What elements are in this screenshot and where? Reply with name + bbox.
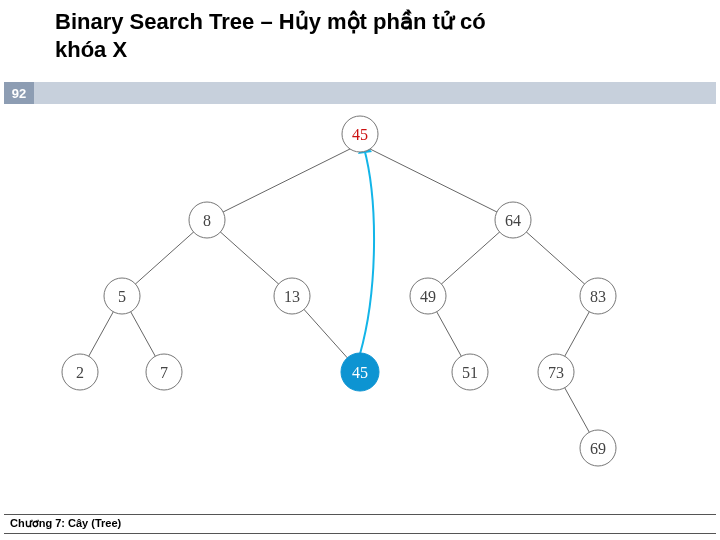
node-13: 13 <box>274 278 310 314</box>
slide-number-row: 92 <box>0 82 720 104</box>
node-13-label: 13 <box>284 288 300 305</box>
svg-line-1 <box>360 144 513 220</box>
node-51-label: 51 <box>462 364 478 381</box>
node-69: 69 <box>580 430 616 466</box>
node-5: 5 <box>104 278 140 314</box>
slide-number-bar <box>34 82 716 104</box>
node-root-label: 45 <box>352 126 368 143</box>
bst-diagram: 45 8 64 5 13 49 83 2 7 45 51 73 <box>0 110 720 510</box>
title-line-1: Binary Search Tree – Hủy một phần tử có <box>55 9 486 34</box>
node-69-label: 69 <box>590 440 606 457</box>
title-line-2: khóa X <box>55 37 127 62</box>
node-8-label: 8 <box>203 212 211 229</box>
node-root: 45 <box>342 116 378 152</box>
node-51: 51 <box>452 354 488 390</box>
slide-number: 92 <box>12 86 26 101</box>
slide-title: Binary Search Tree – Hủy một phần tử có … <box>55 8 655 63</box>
svg-line-0 <box>207 144 360 220</box>
footer-text: Chương 7: Cây (Tree) <box>10 517 121 530</box>
node-45-highlight: 45 <box>341 353 379 391</box>
node-64-label: 64 <box>505 212 521 229</box>
footer-bar: Chương 7: Cây (Tree) <box>4 514 716 534</box>
node-7: 7 <box>146 354 182 390</box>
node-7-label: 7 <box>160 364 168 381</box>
node-45h-label: 45 <box>352 364 368 381</box>
node-2-label: 2 <box>76 364 84 381</box>
node-5-label: 5 <box>118 288 126 305</box>
node-49-label: 49 <box>420 288 436 305</box>
node-73-label: 73 <box>548 364 564 381</box>
node-73: 73 <box>538 354 574 390</box>
slide-number-badge: 92 <box>4 82 34 104</box>
node-49: 49 <box>410 278 446 314</box>
node-83-label: 83 <box>590 288 606 305</box>
node-83: 83 <box>580 278 616 314</box>
node-2: 2 <box>62 354 98 390</box>
node-64: 64 <box>495 202 531 238</box>
node-8: 8 <box>189 202 225 238</box>
